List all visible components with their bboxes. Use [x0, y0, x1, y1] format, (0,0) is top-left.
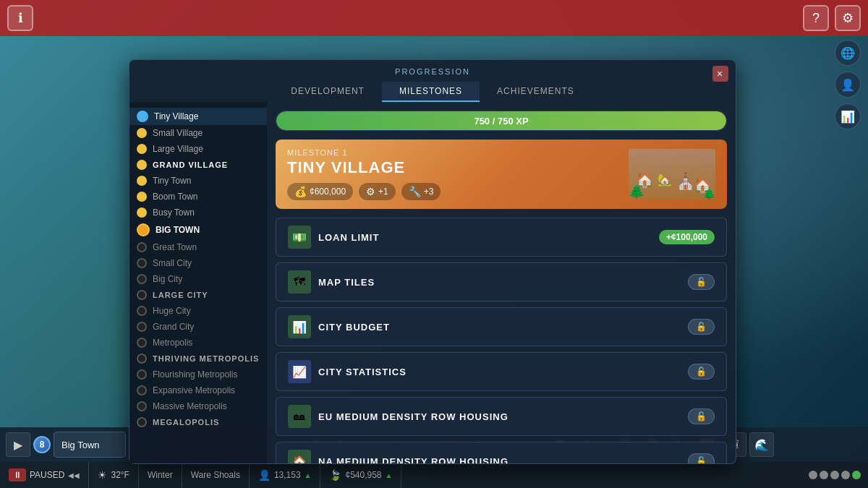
stats-button[interactable]: 📊 [835, 103, 861, 129]
dialog-header: PROGRESSION × [129, 60, 736, 76]
milestone-dot [137, 128, 147, 138]
reward-item-left: 🏠 NA MEDIUM DENSITY ROW HOUSING [288, 450, 509, 463]
milestone-dot [137, 160, 147, 170]
info-icon[interactable]: ℹ [7, 5, 33, 31]
milestone-dot [137, 401, 147, 411]
stats-badge: 🔓 [688, 364, 715, 380]
milestone-label: THRIVING METROPOLIS [153, 354, 259, 363]
person-button[interactable]: 👤 [835, 72, 861, 98]
milestone-label: Huge City [153, 306, 191, 316]
milestone-dot [137, 274, 147, 284]
unlock-icon-3: 🔓 [696, 367, 707, 377]
milestone-label: Expansive Metropolis [153, 385, 235, 395]
settings-icon[interactable]: ⚙ [835, 5, 861, 31]
temperature-label: 32°F [111, 470, 129, 480]
reward-money-value: ¢600,000 [310, 187, 346, 197]
milestone-label: Tiny Village [154, 111, 198, 121]
milestone-label: Tiny Town [153, 176, 191, 186]
reward-item-left: 🗺 MAP TILES [288, 270, 375, 294]
city-name-button[interactable]: Big Town [54, 432, 126, 458]
milestone-label: Big City [153, 274, 182, 284]
globe-button[interactable]: 🌐 [835, 40, 861, 66]
milestone-label: Small City [153, 258, 192, 268]
milestone-small-village[interactable]: Small Village [129, 125, 267, 141]
reward-map-tiles: 🗺 MAP TILES 🔓 [276, 262, 727, 301]
milestone-boom-town[interactable]: Boom Town [129, 189, 267, 205]
population-segment: 👤 13,153 ▲ [250, 462, 321, 488]
reward-money-badge: 💰 ¢600,000 [287, 183, 353, 200]
xp-bar-text: 750 / 750 XP [276, 111, 726, 130]
help-icon[interactable]: ? [803, 5, 829, 31]
location-label: Ware Shoals [191, 470, 240, 480]
milestone-busy-town[interactable]: Busy Town [129, 205, 267, 221]
tool-reward-icon: 🔧 [409, 186, 421, 197]
close-button[interactable]: × [712, 66, 728, 82]
leaf-icon: 🍃 [329, 469, 341, 481]
money-icon: 💰 [294, 186, 307, 197]
milestone-big-city[interactable]: Big City [129, 271, 267, 287]
milestone-grand-village[interactable]: GRAND VILLAGE [129, 157, 267, 173]
weather-segment: ☀ 32°F [89, 462, 138, 488]
milestone-massive-metropolis[interactable]: Massive Metropolis [129, 398, 267, 414]
milestone-large-city[interactable]: LARGE CITY [129, 287, 267, 303]
milestone-label: Large Village [153, 144, 203, 154]
milestone-dot [137, 223, 150, 236]
milestone-small-city[interactable]: Small City [129, 255, 267, 271]
right-panel-buttons: 🌐 👤 📊 [835, 40, 861, 129]
reward-city-statistics: 📈 CITY STATISTICS 🔓 [276, 352, 727, 391]
milestone-dot [137, 385, 147, 395]
reward-item-left: 📈 CITY STATISTICS [288, 360, 407, 383]
milestone-dot [137, 338, 147, 348]
milestone-huge-city[interactable]: Huge City [129, 303, 267, 319]
milestone-metropolis[interactable]: Metropolis [129, 335, 267, 351]
reward-gear-badge: ⚙ +1 [359, 183, 396, 200]
milestone-grand-city[interactable]: Grand City [129, 319, 267, 335]
reward-item-left: 💵 LOAN LIMIT [288, 226, 379, 249]
milestone-label: LARGE CITY [153, 291, 208, 299]
milestone-expansive-metropolis[interactable]: Expansive Metropolis [129, 382, 267, 398]
reward-city-budget: 📊 CITY BUDGET 🔓 [276, 307, 727, 346]
budget-badge: 🔓 [688, 319, 715, 335]
reward-gear-value: +1 [378, 187, 388, 197]
na-housing-name: NA MEDIUM DENSITY ROW HOUSING [318, 456, 509, 464]
speed-indicator: ◀◀ [68, 471, 80, 479]
pause-button[interactable]: ⏸ [9, 468, 26, 481]
milestone-dot [137, 111, 148, 122]
budget-icon: 📊 [288, 315, 311, 338]
location-segment: Ware Shoals [182, 462, 250, 488]
tab-development[interactable]: DEVELOPMENT [273, 82, 382, 102]
milestone-dot [137, 207, 147, 218]
tree-icon: 🌲 [629, 184, 644, 200]
milestone-dot [137, 242, 147, 252]
milestone-megalopolis[interactable]: MEGALOPOLIS [129, 414, 267, 430]
status-dot-2 [820, 471, 828, 479]
season-segment: Winter [139, 462, 182, 488]
unlock-icon-2: 🔓 [696, 322, 707, 332]
status-dot-4 [841, 471, 850, 479]
milestone-dot [137, 290, 147, 300]
taskbar-speed-btn[interactable]: ▶ [6, 432, 30, 457]
milestone-great-town[interactable]: Great Town [129, 239, 267, 255]
na-housing-badge: 🔓 [688, 453, 715, 463]
tab-milestones[interactable]: MILESTONES [382, 82, 480, 102]
milestone-large-village[interactable]: Large Village [129, 141, 267, 157]
milestone-label: MEGALOPOLIS [153, 418, 219, 427]
milestone-dot [137, 176, 147, 186]
milestone-dot [137, 258, 147, 268]
milestone-banner-art: 🏠 🏡 ⛪ 🏠 🌲 🌲 [629, 149, 715, 200]
status-dot-3 [830, 471, 839, 479]
milestone-label: Boom Town [153, 192, 197, 202]
budget-name: CITY BUDGET [318, 322, 390, 333]
money-label: ¢540,958 [345, 470, 381, 480]
milestone-thriving-metropolis[interactable]: THRIVING METROPOLIS [129, 351, 267, 367]
milestone-big-town[interactable]: BIG TOWN [129, 221, 267, 239]
tab-achievements[interactable]: ACHIEVEMENTS [480, 82, 592, 102]
map-badge: 🔓 [688, 274, 715, 290]
loan-name: LOAN LIMIT [318, 232, 379, 243]
eu-housing-icon: 🏘 [288, 405, 311, 428]
milestone-flourishing-metropolis[interactable]: Flourishing Metropolis [129, 367, 267, 382]
milestone-tiny-village[interactable]: Tiny Village [129, 108, 267, 125]
reward-item-left: 🏘 EU MEDIUM DENSITY ROW HOUSING [288, 405, 509, 428]
taskbar-wave-btn[interactable]: 🌊 [749, 432, 774, 457]
milestone-tiny-town[interactable]: Tiny Town [129, 173, 267, 189]
